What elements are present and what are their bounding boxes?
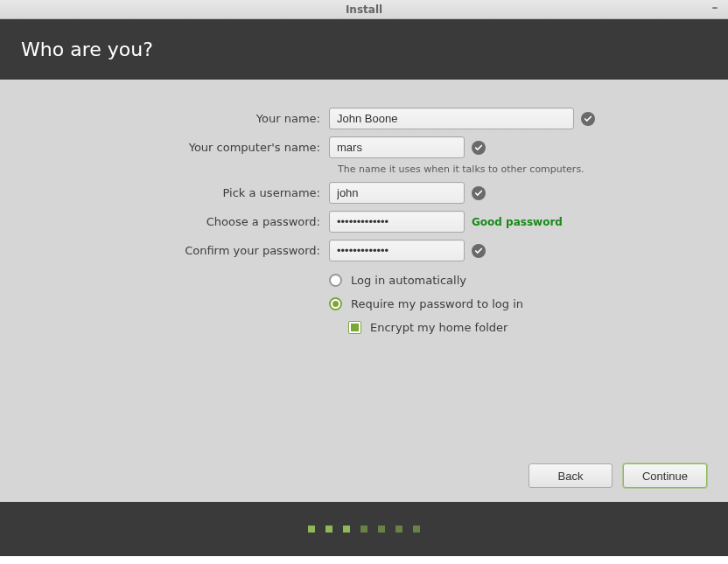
check-icon <box>472 244 486 258</box>
progress-dot <box>396 526 402 533</box>
radio-icon <box>329 297 342 310</box>
name-input[interactable] <box>329 108 574 129</box>
username-input[interactable] <box>329 182 465 204</box>
progress-dot <box>343 526 350 533</box>
hostname-input[interactable] <box>329 136 465 158</box>
progress-footer <box>0 502 728 556</box>
progress-dot <box>326 526 332 533</box>
login-options: Log in automatically Require my password… <box>329 268 662 339</box>
check-icon <box>472 186 486 200</box>
password-strength: Good password <box>472 216 563 228</box>
check-icon <box>472 141 486 155</box>
checkbox-icon <box>348 321 361 334</box>
page-title: Who are you? <box>21 38 153 60</box>
titlebar: Install – <box>0 0 728 19</box>
host-label: Your computer's name: <box>66 141 329 154</box>
check-icon <box>581 112 595 126</box>
progress-dot <box>378 526 385 533</box>
auto-login-label: Log in automatically <box>351 274 466 287</box>
username-label: Pick a username: <box>66 186 329 199</box>
progress-dot <box>360 526 368 533</box>
password-input[interactable] <box>329 211 465 233</box>
user-form: Your name: Your computer's name: The nam… <box>66 108 662 339</box>
button-bar: Back Continue <box>528 463 707 488</box>
require-password-label: Require my password to log in <box>351 297 523 310</box>
encrypt-home-checkbox[interactable]: Encrypt my home folder <box>348 316 662 339</box>
name-label: Your name: <box>66 112 329 125</box>
content-area: Your name: Your computer's name: The nam… <box>0 80 728 502</box>
radio-icon <box>329 274 342 287</box>
page-header: Who are you? <box>0 19 728 80</box>
minimize-icon[interactable]: – <box>709 3 721 15</box>
host-hint: The name it uses when it talks to other … <box>338 164 662 175</box>
password-label: Choose a password: <box>66 215 329 228</box>
window-title: Install <box>346 3 382 16</box>
progress-dot <box>413 526 420 533</box>
confirm-label: Confirm your password: <box>66 244 329 257</box>
auto-login-radio[interactable]: Log in automatically <box>329 268 662 292</box>
continue-button[interactable]: Continue <box>623 463 707 488</box>
require-password-radio[interactable]: Require my password to log in <box>329 292 662 316</box>
encrypt-home-label: Encrypt my home folder <box>370 321 508 334</box>
confirm-password-input[interactable] <box>329 240 465 261</box>
progress-dot <box>308 526 315 533</box>
back-button[interactable]: Back <box>528 463 612 488</box>
